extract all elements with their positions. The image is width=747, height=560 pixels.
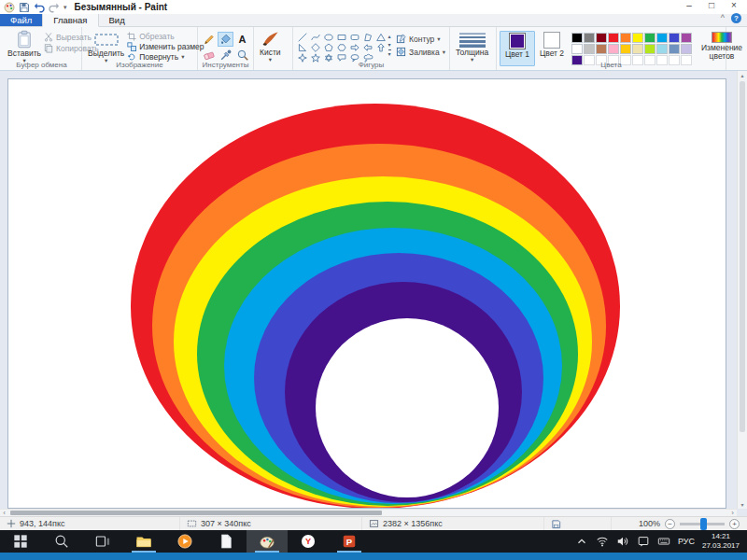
crop-button[interactable]: Обрезать <box>127 32 204 41</box>
shape-oval-icon[interactable] <box>322 32 335 42</box>
palette-color-swatch[interactable] <box>571 44 583 54</box>
palette-color-swatch[interactable] <box>584 33 595 43</box>
keyboard-icon[interactable] <box>657 535 670 548</box>
zoom-out-button[interactable]: − <box>665 519 675 529</box>
palette-color-swatch[interactable] <box>571 33 583 43</box>
start-button[interactable] <box>0 530 41 553</box>
crop-label: Обрезать <box>139 32 175 41</box>
help-icon[interactable]: ? <box>731 13 741 23</box>
palette-color-swatch[interactable] <box>596 44 607 54</box>
save-icon[interactable] <box>19 1 30 13</box>
task-view-button[interactable] <box>82 530 123 553</box>
ribbon-tab-bar: Файл Главная Вид <box>0 14 747 27</box>
palette-color-swatch[interactable] <box>644 33 655 43</box>
wifi-icon[interactable] <box>596 535 609 548</box>
palette-color-swatch[interactable] <box>584 44 595 54</box>
brushes-button[interactable]: Кисти ▾ <box>257 29 284 61</box>
tab-file[interactable]: Файл <box>0 14 42 26</box>
thickness-button[interactable]: Толщина ▾ <box>453 29 491 61</box>
palette-color-swatch[interactable] <box>632 44 643 54</box>
action-center-icon[interactable] <box>637 535 650 548</box>
selection-size-segment: 307 × 340пкс <box>180 517 362 530</box>
shape-hexagon-icon[interactable] <box>335 42 348 52</box>
color1-swatch <box>509 33 526 49</box>
palette-color-swatch[interactable] <box>608 33 619 43</box>
text-tool-icon[interactable]: A <box>234 32 250 47</box>
shape-arrow-right-icon[interactable] <box>348 42 361 52</box>
shape-rounded-rectangle-icon[interactable] <box>348 32 361 42</box>
shape-rectangle-icon[interactable] <box>335 32 348 42</box>
restore-button[interactable]: □ <box>700 0 723 12</box>
palette-color-swatch[interactable] <box>620 44 631 54</box>
scroll-left-icon[interactable]: ‹ <box>0 510 8 516</box>
redo-icon[interactable] <box>49 1 60 13</box>
paint-button[interactable] <box>247 530 288 553</box>
shape-curve-icon[interactable] <box>309 32 322 42</box>
edit-colors-button[interactable]: Изменение цветов <box>695 31 747 61</box>
undo-icon[interactable] <box>34 1 45 13</box>
zoom-slider[interactable] <box>680 523 725 525</box>
fill-label: Заливка <box>409 48 440 57</box>
palette-color-swatch[interactable] <box>644 44 655 54</box>
language-indicator[interactable]: РУС <box>678 537 695 546</box>
scroll-down-icon[interactable]: ▾ <box>738 501 747 508</box>
shape-arrow-up-icon[interactable] <box>374 42 388 52</box>
tab-view[interactable]: Вид <box>99 14 135 26</box>
fill-bucket-tool-icon[interactable] <box>218 32 233 47</box>
shape-line-icon[interactable] <box>296 32 309 42</box>
fill-button[interactable]: Заливка ▾ <box>396 47 445 57</box>
palette-color-swatch[interactable] <box>656 44 668 54</box>
pencil-tool-icon[interactable] <box>201 32 217 47</box>
palette-color-swatch[interactable] <box>632 33 643 43</box>
vertical-scrollbar[interactable]: ▴ ▾ <box>737 71 747 509</box>
resize-button[interactable]: Изменить размер <box>127 42 204 51</box>
shape-diamond-icon[interactable] <box>309 42 322 52</box>
tab-home[interactable]: Главная <box>42 14 98 27</box>
scroll-right-icon[interactable]: › <box>728 510 737 516</box>
color2-label: Цвет 2 <box>538 49 566 58</box>
zoom-in-button[interactable]: + <box>729 519 740 529</box>
image-group-label: Изображение <box>82 61 197 69</box>
shape-right-triangle-icon[interactable] <box>296 42 309 52</box>
palette-color-swatch[interactable] <box>681 33 692 43</box>
document-app-button[interactable] <box>205 530 247 553</box>
chevron-up-icon[interactable] <box>575 535 588 548</box>
minimize-button[interactable]: – <box>678 0 700 12</box>
vertical-scrollbar-thumb[interactable] <box>740 81 745 432</box>
outline-button[interactable]: Контур ▾ <box>396 34 445 44</box>
clock[interactable]: 14:21 27.03.2017 <box>702 532 740 550</box>
media-player-button[interactable] <box>164 530 205 553</box>
shape-polygon-icon[interactable] <box>361 32 374 42</box>
yandex-browser-button[interactable]: Y <box>288 530 329 553</box>
fill-dropdown-icon: ▾ <box>443 49 445 55</box>
palette-color-swatch[interactable] <box>681 44 692 54</box>
color2-button[interactable]: Цвет 2 <box>535 31 569 61</box>
horizontal-scrollbar-thumb[interactable] <box>10 511 382 515</box>
palette-color-swatch[interactable] <box>596 33 607 43</box>
palette-color-swatch[interactable] <box>608 44 619 54</box>
select-button[interactable]: Выделить ▾ <box>85 29 127 61</box>
palette-color-swatch[interactable] <box>669 33 680 43</box>
shape-arrow-left-icon[interactable] <box>361 42 374 52</box>
clock-time: 14:21 <box>702 532 740 541</box>
close-button[interactable]: × <box>723 0 745 12</box>
zoom-slider-thumb[interactable] <box>700 518 707 530</box>
paste-button[interactable]: Вставить ▾ <box>5 29 44 61</box>
powerpoint-button[interactable]: P <box>329 530 370 553</box>
selection-size-icon <box>187 519 197 528</box>
brushes-group: Кисти ▾ <box>254 27 293 70</box>
drawing-canvas[interactable] <box>7 78 726 509</box>
palette-color-swatch[interactable] <box>620 33 631 43</box>
collapse-ribbon-icon[interactable]: ^ <box>721 14 725 22</box>
palette-color-swatch[interactable] <box>669 44 680 54</box>
shape-pentagon-icon[interactable] <box>322 42 335 52</box>
horizontal-scrollbar[interactable]: ‹ › <box>0 509 737 516</box>
brush-icon <box>260 30 280 48</box>
palette-color-swatch[interactable] <box>656 33 668 43</box>
scroll-up-icon[interactable]: ▴ <box>738 72 747 78</box>
search-button[interactable] <box>41 530 82 553</box>
volume-icon[interactable] <box>616 535 629 548</box>
shape-triangle-icon[interactable] <box>374 32 388 42</box>
qat-dropdown-icon[interactable]: ▾ <box>63 1 67 13</box>
explorer-button[interactable] <box>123 530 164 553</box>
